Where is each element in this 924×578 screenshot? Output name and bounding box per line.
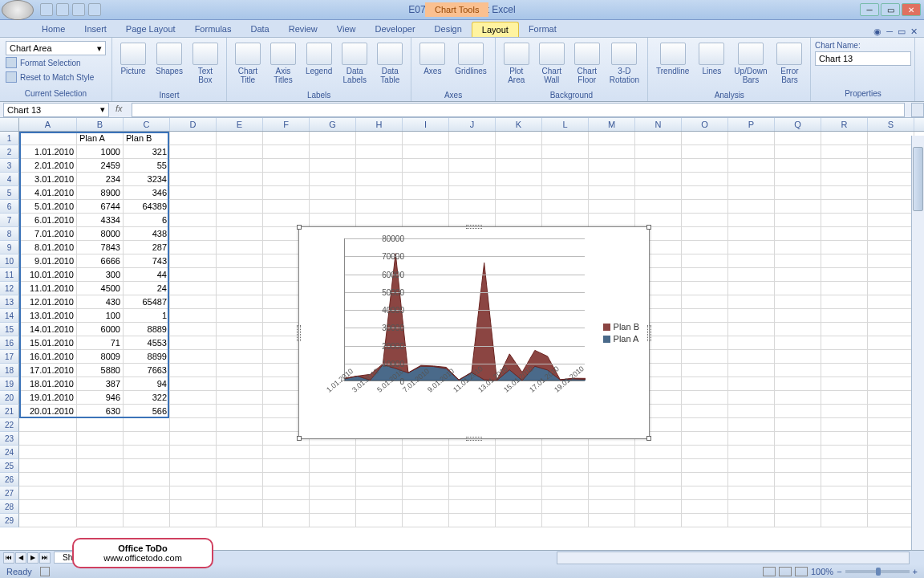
cell[interactable] [728,473,775,486]
cell[interactable] [868,391,914,405]
cell[interactable] [542,159,589,173]
cell[interactable] [263,132,310,145]
ribbon-tab-insert[interactable]: Insert [75,22,116,37]
cell[interactable] [496,145,542,159]
legend-item-plan-b[interactable]: Plan B [603,322,639,332]
cell[interactable] [775,500,821,514]
cell[interactable] [217,295,263,309]
cell[interactable] [542,459,589,473]
cell[interactable]: 13.01.2010 [19,309,77,323]
cell[interactable] [728,459,775,473]
chart-floor-button[interactable]: ChartFloor [571,41,603,86]
cell[interactable]: 8009 [77,350,124,364]
cell[interactable] [403,145,449,159]
cell[interactable] [170,391,217,405]
zoom-in-button[interactable]: + [913,567,918,576]
axes-button[interactable]: Axes [416,41,448,77]
cell[interactable] [217,350,263,364]
cell[interactable] [170,282,217,295]
cell[interactable] [356,132,403,145]
cell[interactable] [449,473,496,486]
cell[interactable] [542,173,589,186]
cell[interactable]: 8.01.2010 [19,241,77,254]
cell[interactable] [775,432,821,446]
cell[interactable]: 6666 [77,254,124,268]
cell[interactable] [217,500,263,514]
plot-area-button[interactable]: PlotArea [500,41,533,86]
column-header[interactable]: O [682,118,728,131]
help-icon[interactable]: ◉ [873,26,881,37]
cell[interactable]: 8889 [124,323,170,336]
cell[interactable] [635,459,682,473]
cell[interactable] [170,173,217,186]
3-d-rotation-button[interactable]: 3-DRotation [606,41,642,86]
cell[interactable]: 4500 [77,282,124,295]
cell[interactable] [170,418,217,432]
cell[interactable] [682,282,728,295]
cell[interactable] [449,173,496,186]
error-bars-button[interactable]: ErrorBars [773,41,805,86]
cell[interactable] [589,159,635,173]
cell[interactable] [635,173,682,186]
cell[interactable] [403,486,449,500]
cell[interactable] [589,486,635,500]
cell[interactable] [217,186,263,200]
ribbon-tab-formulas[interactable]: Formulas [185,22,241,37]
cell[interactable] [496,173,542,186]
cell[interactable] [682,268,728,282]
cell[interactable]: 4.01.2010 [19,186,77,200]
cell[interactable] [728,214,775,227]
cell[interactable] [449,459,496,473]
cell[interactable] [775,200,821,214]
cell[interactable] [635,145,682,159]
cell[interactable] [170,486,217,500]
cell[interactable] [170,254,217,268]
cell[interactable]: 55 [124,159,170,173]
cell[interactable] [217,309,263,323]
cell[interactable] [170,309,217,323]
resize-handle[interactable] [297,325,301,341]
cell[interactable]: 18.01.2010 [19,377,77,391]
cell[interactable]: 300 [77,268,124,282]
cell[interactable]: 1 [124,309,170,323]
reset-style-button[interactable]: Reset to Match Style [6,70,106,84]
cell[interactable]: Plan B [124,132,170,145]
cell[interactable] [77,500,124,514]
cell[interactable] [310,446,356,459]
cell[interactable] [868,459,914,473]
cell[interactable] [821,173,868,186]
embedded-chart[interactable]: 0100002000030000400005000060000700008000… [298,226,650,439]
cell[interactable] [728,486,775,500]
ribbon-tab-page-layout[interactable]: Page Layout [116,22,185,37]
resize-handle[interactable] [297,436,302,441]
cell[interactable] [635,159,682,173]
cell[interactable] [775,391,821,405]
cell[interactable]: 16.01.2010 [19,350,77,364]
ribbon-tab-layout[interactable]: Layout [472,22,519,37]
cell[interactable] [170,350,217,364]
cell[interactable] [728,418,775,432]
cell[interactable] [403,132,449,145]
cell[interactable] [775,405,821,418]
cell[interactable] [868,350,914,364]
tab-next-icon[interactable]: ▶ [27,552,38,564]
cell[interactable]: 64389 [124,200,170,214]
cell[interactable] [403,173,449,186]
cell[interactable] [868,145,914,159]
cell[interactable] [682,405,728,418]
ribbon-tab-home[interactable]: Home [32,22,75,37]
row-header[interactable]: 17 [0,350,19,364]
cell[interactable] [682,486,728,500]
cell[interactable]: 566 [124,405,170,418]
cell[interactable] [170,336,217,350]
row-header[interactable]: 20 [0,391,19,405]
cell[interactable]: 8900 [77,186,124,200]
cell[interactable] [682,309,728,323]
cell[interactable] [496,214,542,227]
cell[interactable] [868,295,914,309]
row-header[interactable]: 18 [0,364,19,377]
scrollbar-thumb[interactable] [913,147,923,211]
cell[interactable] [170,200,217,214]
data-labels-button[interactable]: DataLabels [338,41,371,86]
cell[interactable] [263,173,310,186]
